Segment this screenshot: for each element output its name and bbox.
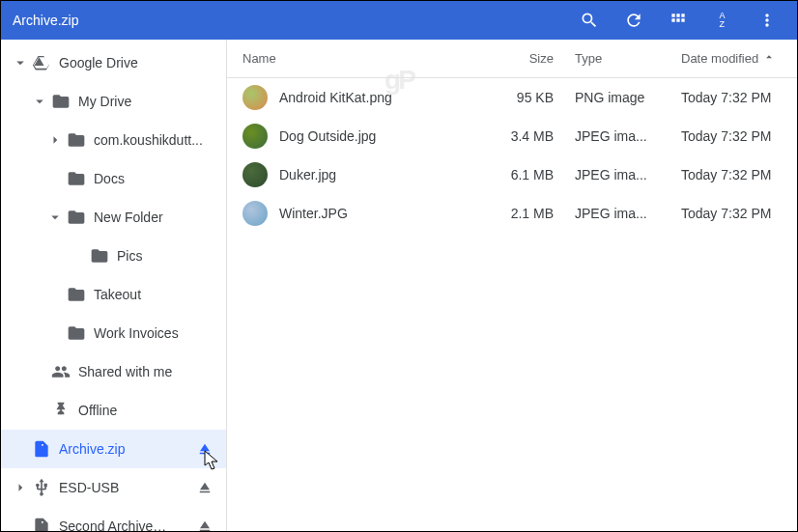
grid-view-icon bbox=[669, 11, 688, 30]
sidebar-item-my-drive[interactable]: My Drive bbox=[1, 82, 226, 121]
sidebar-label: Archive.zip bbox=[59, 441, 191, 457]
file-row[interactable]: Duker.jpg6.1 MBJPEG ima...Today 7:32 PM bbox=[227, 155, 797, 194]
file-type: PNG image bbox=[569, 90, 675, 105]
folder-icon bbox=[51, 92, 71, 111]
sidebar-label: Work Invoices bbox=[94, 325, 218, 341]
file-type: JPEG ima... bbox=[569, 206, 675, 221]
expand-right-icon bbox=[46, 131, 64, 149]
sidebar-item-pics[interactable]: Pics bbox=[1, 237, 226, 275]
search-icon bbox=[580, 11, 599, 30]
search-button[interactable] bbox=[567, 1, 612, 40]
eject-button[interactable] bbox=[191, 518, 218, 531]
folder-icon bbox=[67, 285, 86, 304]
sort-button[interactable]: AZ bbox=[700, 1, 745, 40]
sidebar-label: New Folder bbox=[94, 210, 218, 225]
column-header-size[interactable]: Size bbox=[484, 51, 569, 66]
zip-icon bbox=[32, 439, 51, 459]
file-thumbnail bbox=[242, 85, 268, 110]
file-name: Winter.JPG bbox=[279, 206, 348, 221]
eject-icon bbox=[196, 440, 214, 458]
eject-button[interactable] bbox=[191, 479, 218, 496]
file-name: Duker.jpg bbox=[279, 167, 336, 182]
window-title: Archive.zip bbox=[9, 13, 78, 28]
folder-icon bbox=[90, 246, 109, 266]
column-header-name[interactable]: Name bbox=[227, 51, 484, 66]
expand-down-icon bbox=[12, 54, 29, 71]
column-header-type[interactable]: Type bbox=[569, 51, 675, 66]
file-name: Dog Outside.jpg bbox=[279, 128, 376, 144]
file-date: Today 7:32 PM bbox=[675, 206, 797, 221]
file-thumbnail bbox=[242, 201, 268, 226]
file-row[interactable]: Dog Outside.jpg3.4 MBJPEG ima...Today 7:… bbox=[227, 117, 797, 155]
folder-icon bbox=[67, 169, 86, 188]
file-list-pane: Name Size Type Date modified Android Kit… bbox=[227, 40, 797, 531]
sidebar: Google Drive My Drive com.koushikdutt...… bbox=[1, 40, 227, 531]
sidebar-item-archive-zip[interactable]: Archive.zip bbox=[1, 430, 226, 468]
folder-icon bbox=[67, 208, 86, 227]
file-row[interactable]: Android KitKat.png95 KBPNG imageToday 7:… bbox=[227, 78, 797, 117]
file-name: Android KitKat.png bbox=[279, 90, 392, 105]
file-thumbnail bbox=[242, 124, 268, 149]
file-date: Today 7:32 PM bbox=[675, 128, 797, 144]
eject-button[interactable] bbox=[191, 440, 218, 458]
file-size: 95 KB bbox=[484, 90, 569, 105]
app-header: Archive.zip AZ bbox=[1, 1, 797, 40]
sidebar-label: My Drive bbox=[78, 94, 218, 109]
more-options-button[interactable] bbox=[745, 1, 789, 40]
folder-icon bbox=[67, 323, 86, 343]
list-header: Name Size Type Date modified bbox=[227, 40, 797, 78]
file-date: Today 7:32 PM bbox=[675, 167, 797, 182]
usb-icon bbox=[32, 478, 51, 497]
file-type: JPEG ima... bbox=[569, 167, 675, 182]
file-rows: Android KitKat.png95 KBPNG imageToday 7:… bbox=[227, 78, 797, 531]
sidebar-label: Google Drive bbox=[59, 55, 218, 70]
file-date: Today 7:32 PM bbox=[675, 90, 797, 105]
sidebar-item-shared-with-me[interactable]: Shared with me bbox=[1, 352, 226, 391]
refresh-button[interactable] bbox=[612, 1, 656, 40]
sidebar-item-second-archive[interactable]: Second Archive… bbox=[1, 507, 226, 531]
sidebar-label: com.koushikdutt... bbox=[94, 132, 218, 148]
sidebar-label: ESD-USB bbox=[59, 480, 191, 495]
shared-icon bbox=[51, 362, 71, 381]
column-header-date[interactable]: Date modified bbox=[675, 50, 797, 67]
sidebar-item-com-koushik[interactable]: com.koushikdutt... bbox=[1, 121, 226, 159]
sidebar-item-offline[interactable]: Offline bbox=[1, 391, 226, 430]
file-type: JPEG ima... bbox=[569, 128, 675, 144]
sidebar-label: Docs bbox=[94, 171, 218, 186]
expand-down-icon bbox=[46, 209, 64, 226]
sidebar-item-google-drive[interactable]: Google Drive bbox=[1, 43, 226, 82]
file-thumbnail bbox=[242, 162, 268, 187]
sidebar-label: Pics bbox=[117, 248, 218, 264]
sidebar-item-new-folder[interactable]: New Folder bbox=[1, 198, 226, 237]
eject-icon bbox=[196, 518, 214, 531]
sidebar-label: Second Archive… bbox=[59, 518, 191, 531]
expand-right-icon bbox=[12, 479, 29, 496]
sidebar-label: Shared with me bbox=[78, 364, 218, 379]
sidebar-item-takeout[interactable]: Takeout bbox=[1, 275, 226, 314]
more-vert-icon bbox=[757, 11, 777, 30]
offline-pin-icon bbox=[51, 401, 71, 420]
sidebar-label: Offline bbox=[78, 403, 218, 418]
view-toggle-button[interactable] bbox=[656, 1, 700, 40]
sidebar-item-esd-usb[interactable]: ESD-USB bbox=[1, 468, 226, 507]
file-size: 3.4 MB bbox=[484, 128, 569, 144]
sort-asc-icon bbox=[762, 50, 776, 64]
expand-down-icon bbox=[31, 93, 48, 110]
column-header-date-label: Date modified bbox=[681, 51, 758, 66]
sort-az-icon: AZ bbox=[719, 12, 726, 29]
file-size: 2.1 MB bbox=[484, 206, 569, 221]
file-row[interactable]: Winter.JPG2.1 MBJPEG ima...Today 7:32 PM bbox=[227, 194, 797, 233]
zip-icon bbox=[32, 517, 51, 531]
sidebar-item-work-invoices[interactable]: Work Invoices bbox=[1, 314, 226, 352]
sidebar-label: Takeout bbox=[94, 287, 218, 302]
folder-icon bbox=[67, 130, 86, 150]
refresh-icon bbox=[624, 11, 643, 30]
drive-icon bbox=[32, 53, 51, 72]
file-size: 6.1 MB bbox=[484, 167, 569, 182]
eject-icon bbox=[196, 479, 214, 496]
sidebar-item-docs[interactable]: Docs bbox=[1, 159, 226, 198]
